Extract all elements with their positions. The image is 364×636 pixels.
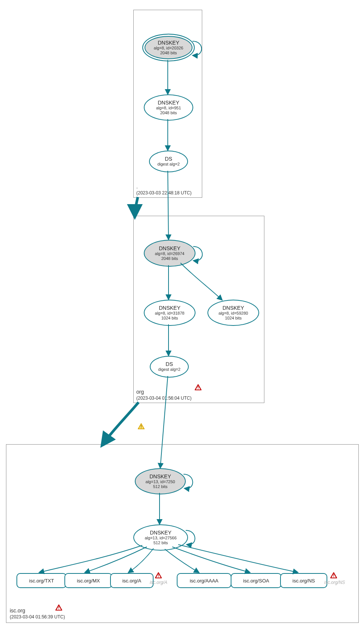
rrset-label: isc.org/TXT — [29, 578, 54, 584]
rrset-aaaa[interactable]: isc.org/AAAA — [177, 573, 231, 588]
org-dnskey-ksk[interactable]: DNSKEY alg=8, id=26974 2048 bits — [144, 240, 195, 267]
node-sub: 2048 bits — [160, 51, 177, 55]
node-title: DNSKEY — [149, 473, 171, 479]
rrset-label: isc.org/SOA — [243, 578, 269, 584]
zone-root-timestamp: (2023-03-03 22:48:18 UTC) — [136, 190, 191, 196]
svg-text:!: ! — [158, 573, 159, 578]
org-dnskey-zsk-1[interactable]: DNSKEY alg=8, id=31878 1024 bits — [144, 300, 195, 326]
node-title: DNSKEY — [158, 40, 179, 46]
node-title: DNSKEY — [158, 100, 179, 106]
rrset-ns[interactable]: isc.org/NS — [280, 573, 327, 588]
error-icon[interactable]: ! — [195, 384, 201, 390]
node-sub: alg=8, id=951 — [156, 106, 181, 110]
node-sub: alg=13, id=7250 — [146, 479, 175, 484]
svg-text:!: ! — [197, 385, 199, 390]
org-dnskey-zsk-2[interactable]: DNSKEY alg=8, id=59280 1024 bits — [207, 300, 259, 326]
rrset-soa[interactable]: isc.org/SOA — [231, 573, 282, 588]
zone-org-label: org — [136, 389, 144, 395]
node-sub: alg=8, id=26974 — [155, 251, 185, 256]
node-sub: 1024 bits — [225, 316, 242, 321]
rrset-label: isc.org/NS — [292, 578, 315, 584]
node-sub: 512 bits — [153, 484, 168, 489]
root-ds[interactable]: DS digest alg=2 — [149, 151, 188, 172]
rrset-txt[interactable]: isc.org/TXT — [16, 573, 67, 588]
node-sub: 1024 bits — [161, 316, 178, 321]
zone-org-timestamp: (2023-03-04 01:56:04 UTC) — [136, 396, 191, 401]
node-title: DNSKEY — [159, 305, 181, 311]
root-dnskey-ksk[interactable]: DNSKEY alg=8, id=20326 2048 bits — [142, 34, 195, 61]
ghost-ns: isc.org/NS — [324, 580, 345, 585]
node-title: DNSKEY — [222, 305, 244, 311]
error-icon[interactable]: ! — [330, 572, 337, 578]
node-sub: digest alg=2 — [157, 162, 180, 167]
svg-text:!: ! — [140, 424, 142, 429]
rrset-label: isc.org/AAAA — [190, 578, 219, 584]
node-sub: alg=8, id=20326 — [154, 46, 183, 51]
zone-isc-timestamp: (2023-03-04 01:56:39 UTC) — [10, 614, 65, 620]
zone-isc-label: isc.org — [10, 608, 25, 614]
rrset-label: isc.org/A — [122, 578, 142, 584]
node-sub: alg=13, id=27566 — [145, 536, 176, 540]
node-title: DNSKEY — [159, 245, 181, 251]
root-dnskey-zsk[interactable]: DNSKEY alg=8, id=951 2048 bits — [144, 94, 193, 121]
isc-dnskey-zsk[interactable]: DNSKEY alg=13, id=27566 512 bits — [133, 524, 188, 551]
node-sub: 2048 bits — [161, 256, 178, 261]
svg-text:!: ! — [58, 606, 60, 610]
rrset-a[interactable]: isc.org/A — [110, 573, 154, 588]
node-sub: alg=8, id=31878 — [155, 311, 185, 316]
node-title: DS — [166, 361, 173, 367]
svg-text:!: ! — [333, 573, 334, 578]
error-icon[interactable]: ! — [55, 605, 62, 611]
warning-icon[interactable]: ! — [138, 423, 145, 429]
isc-dnskey-ksk[interactable]: DNSKEY alg=13, id=7250 512 bits — [135, 468, 186, 494]
node-sub: alg=8, id=59280 — [219, 311, 248, 316]
rrset-label: isc.org/MX — [77, 578, 100, 584]
node-sub: 512 bits — [154, 540, 168, 545]
node-title: DS — [165, 156, 172, 162]
zone-root-label: . — [136, 184, 138, 190]
ghost-a: isc.org/A — [150, 580, 167, 585]
node-sub: digest alg=2 — [158, 367, 181, 372]
node-title: DNSKEY — [150, 530, 172, 536]
node-sub: 2048 bits — [160, 110, 177, 115]
error-icon[interactable]: ! — [155, 572, 162, 578]
rrset-mx[interactable]: isc.org/MX — [64, 573, 112, 588]
org-ds[interactable]: DS digest alg=2 — [150, 356, 189, 378]
